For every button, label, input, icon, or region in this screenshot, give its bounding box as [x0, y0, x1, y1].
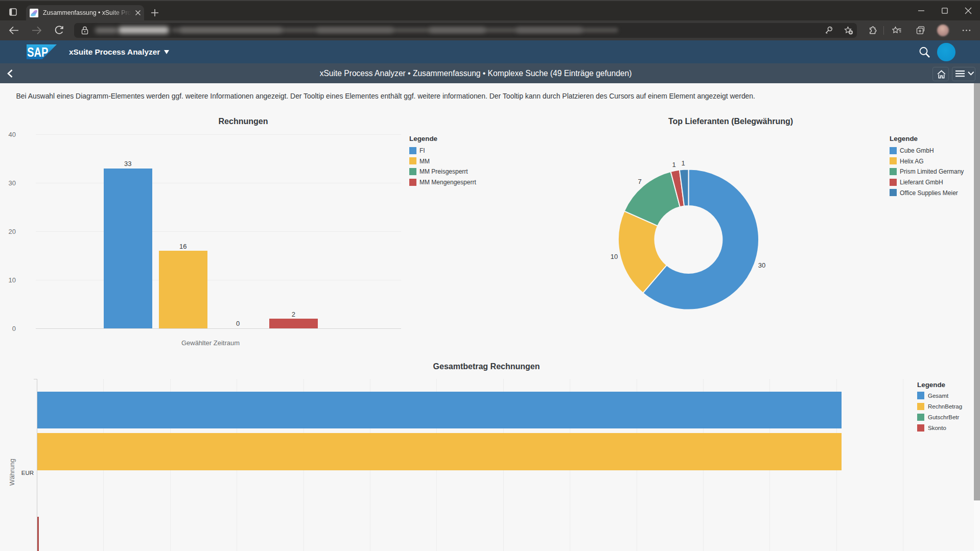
svg-text:SAP: SAP — [27, 45, 48, 59]
